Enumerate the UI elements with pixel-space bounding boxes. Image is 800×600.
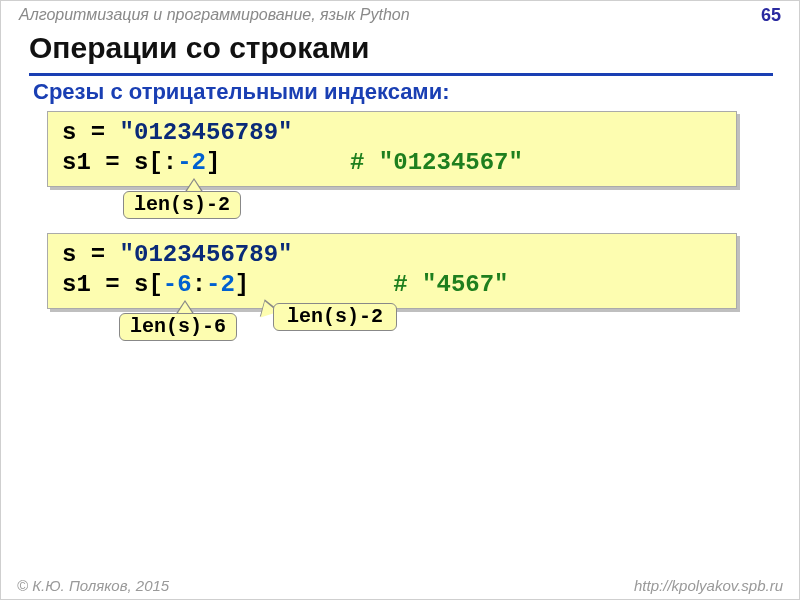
code1-string-literal: "0123456789" bbox=[120, 119, 293, 146]
page-number: 65 bbox=[761, 5, 781, 26]
code2-string-literal: "0123456789" bbox=[120, 241, 293, 268]
code-block-2: s = "0123456789" s1 = s[-6:-2] # "4567" bbox=[47, 233, 737, 309]
code2-comment: # "4567" bbox=[393, 271, 508, 298]
code2-neg6: -6 bbox=[163, 271, 192, 298]
course-title: Алгоритмизация и программирование, язык … bbox=[19, 6, 410, 24]
code1-slice-c: ] bbox=[206, 149, 220, 176]
footer-bar: © К.Ю. Поляков, 2015 http://kpolyakov.sp… bbox=[1, 571, 799, 599]
title-underline bbox=[29, 73, 773, 76]
slide: Алгоритмизация и программирование, язык … bbox=[0, 0, 800, 600]
code1-s-assign: s = bbox=[62, 119, 120, 146]
code2-slice-e: ] bbox=[235, 271, 249, 298]
code1-comment: # "01234567" bbox=[350, 149, 523, 176]
copyright: © К.Ю. Поляков, 2015 bbox=[17, 577, 169, 594]
tag-len-minus-2-b: len(s)-2 bbox=[273, 303, 397, 331]
tag-len-minus-6: len(s)-6 bbox=[119, 313, 237, 341]
footer-url: http://kpolyakov.spb.ru bbox=[634, 577, 783, 594]
subtitle: Срезы с отрицательными индексами: bbox=[33, 79, 450, 105]
header-bar: Алгоритмизация и программирование, язык … bbox=[1, 1, 799, 29]
tag-len-minus-2-a: len(s)-2 bbox=[123, 191, 241, 219]
code1-slice-a: s1 = s[: bbox=[62, 149, 177, 176]
code1-neg2: -2 bbox=[177, 149, 206, 176]
code2-colon: : bbox=[192, 271, 206, 298]
page-title: Операции со строками bbox=[29, 31, 370, 65]
code-block-1: s = "0123456789" s1 = s[:-2] # "01234567… bbox=[47, 111, 737, 187]
code2-slice-a: s1 = s[ bbox=[62, 271, 163, 298]
code2-neg2: -2 bbox=[206, 271, 235, 298]
code2-s-assign: s = bbox=[62, 241, 120, 268]
